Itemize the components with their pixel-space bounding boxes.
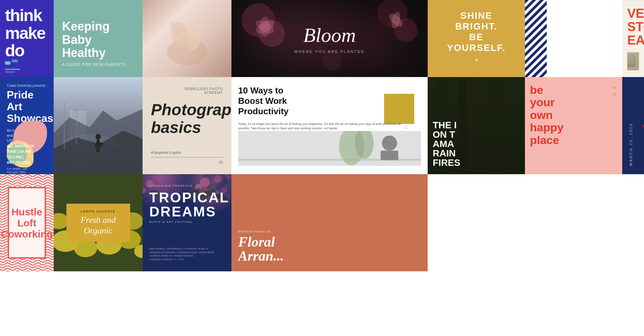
svg-point-27 [96, 134, 101, 139]
keeping-baby-title: Keeping Baby Healthy [62, 20, 134, 60]
think-icons [5, 60, 49, 73]
photography-divider [151, 157, 223, 157]
svg-point-66 [143, 188, 146, 193]
lemon-brand: LEMON SQUEEZE [73, 210, 123, 213]
card-productivity[interactable]: 10 Ways to Boost Work Productivity UP ON… [231, 77, 428, 174]
card-hustle[interactable]: Hustle Loft Coworking [0, 174, 54, 271]
svg-rect-1 [12, 60, 18, 62]
card-bloom[interactable]: Bloom WHERE YOU ARE PLANTED [231, 0, 428, 77]
card-rainforest[interactable]: THE I ON T AMA RAIN FIRES [428, 77, 525, 174]
card-stripes [525, 0, 547, 77]
lemon-line1: Fresh and [73, 215, 123, 225]
floral-title: Floral Arran... [238, 235, 421, 263]
card-never-stop[interactable]: VER STOP EATING [622, 0, 644, 77]
hustle-title: Hustle Loft Coworking [1, 206, 53, 240]
svg-rect-21 [628, 54, 634, 63]
pride-presenter: Calais University presents [7, 84, 47, 87]
card-think[interactable]: think make do [0, 0, 54, 77]
baby-hands-photo [143, 0, 231, 77]
never-stop-text: VER STOP EATING [627, 7, 639, 47]
svg-rect-39 [381, 150, 398, 160]
main-grid: think make do Keeping Baby Healthy A GUI… [0, 0, 644, 271]
lemon-line2: Organic [73, 225, 123, 236]
card-keeping-baby[interactable]: Keeping Baby Healthy A GUIDE FOR NEW PAR… [54, 0, 143, 77]
tropical-subtitle: MUSIC & ART FESTIVAL [149, 220, 225, 223]
card-shine[interactable]: SHINE BRIGHT. BE YOURSELF. ✦ [428, 0, 525, 77]
tropical-title: TROPICAL DREAMS [149, 191, 225, 219]
card-lemon[interactable]: LEMON SQUEEZE Fresh and Organic [54, 174, 143, 271]
march-red-line [642, 126, 644, 127]
floral-brand: Whimson Flower Sh... [238, 230, 421, 233]
svg-rect-32 [98, 147, 100, 152]
photography-season-text: RPA Summer 2020 [75, 108, 78, 143]
rainforest-text: THE I ON T AMA RAIN FIRES [433, 121, 520, 167]
pride-phone: For details, call 333-456-7890 [7, 167, 47, 174]
shine-text: SHINE BRIGHT. BE YOURSELF. [447, 10, 505, 54]
photography-text-area: REBROLENS PHOTO ACADEMY Photography basi… [143, 77, 231, 174]
productivity-image [238, 131, 421, 166]
lemon-yellow-box: LEMON SQUEEZE Fresh and Organic [66, 204, 130, 242]
card-be-your-own[interactable]: be your own happy place ★✦ [525, 77, 622, 174]
shine-diamond-icon: ✦ [474, 56, 479, 64]
be-your-own-text: be your own happy place [530, 84, 564, 146]
card-tropical[interactable]: JUNGLEJAM PRESENTS TROPICAL DREAMS MUSIC… [143, 174, 231, 271]
card-floral[interactable]: Whimson Flower Sh... Floral Arran... [231, 174, 428, 271]
svg-rect-2 [5, 69, 20, 70]
baby-hands-illustration [157, 8, 217, 69]
pride-event-details: ALL MONTH OF JUNE | 10 AM TO 5 PM | ART … [7, 143, 47, 165]
hustle-inner-box: Hustle Loft Coworking [8, 187, 46, 258]
card-pride[interactable]: Calais University presents Pride Art Sho… [0, 77, 54, 174]
svg-point-59 [214, 175, 222, 183]
be-your-own-stars: ★✦ [612, 84, 617, 98]
photography-photo-area: RPA Summer 2020 [54, 77, 143, 174]
productivity-title: 10 Ways to Boost Work Productivity [238, 85, 421, 117]
photography-number: 01 [151, 160, 223, 164]
pride-title: Pride Art Showcase [7, 89, 47, 125]
bloom-subtitle: WHERE YOU ARE PLANTED [294, 50, 365, 54]
svg-point-38 [382, 135, 397, 150]
bloom-main-text: Bloom [303, 24, 356, 47]
photography-title: Photography basics [151, 101, 223, 137]
card-photography[interactable]: RPA Summer 2020 REBROLENS PHOTO ACADEMY … [54, 77, 231, 174]
photography-academy: REBROLENS PHOTO ACADEMY [151, 87, 223, 94]
tropical-presents: JUNGLEJAM PRESENTS [149, 184, 225, 187]
never-stop-photo [627, 52, 639, 70]
think-title: think make do [5, 7, 49, 60]
svg-rect-0 [5, 61, 10, 65]
keeping-baby-subtitle: A GUIDE FOR NEW PARENTS [62, 62, 134, 67]
svg-rect-28 [97, 139, 100, 147]
march-date: MARCH 20, 2020 [629, 123, 633, 166]
card-march[interactable]: MARCH 20, 2020 [622, 77, 644, 174]
productivity-body: Today, it's no longer just about the art… [238, 122, 421, 131]
tropical-details: DAM KARATE • JATPARA BOX • POLARIDAY BLU… [149, 247, 225, 265]
photography-vertical-bar [64, 102, 65, 150]
svg-rect-33 [100, 143, 103, 145]
card-baby-hands [143, 0, 231, 77]
svg-rect-3 [5, 71, 15, 73]
svg-rect-31 [96, 147, 98, 152]
photography-guide: A beginner's guide [151, 150, 223, 154]
